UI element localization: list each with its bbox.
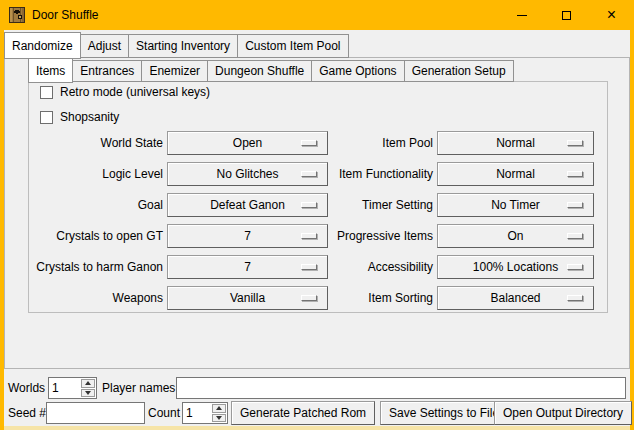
settings-tab[interactable]: Entrances [72, 60, 142, 82]
main-tab[interactable]: Custom Item Pool [237, 34, 348, 58]
option-value: 100% Locations [473, 260, 558, 274]
maximize-button[interactable] [544, 0, 589, 30]
main-tab-label: Adjust [88, 39, 121, 53]
settings-tab-bar: Items Entrances Enemizer Dungeon Shuffle… [28, 58, 513, 82]
settings-tab-label: Generation Setup [412, 64, 506, 78]
option-label: Item Functionality [278, 167, 433, 181]
dropdown-indicator-icon [567, 233, 583, 239]
option-value: Defeat Ganon [210, 198, 285, 212]
spin-up-button[interactable] [212, 404, 226, 413]
option-value: 7 [244, 260, 251, 274]
main-tab-bar: Randomize Adjust Starting Inventory Cust… [4, 31, 348, 58]
option-label: Crystals to open GT [8, 229, 163, 243]
window-title: Door Shuffle [32, 0, 99, 30]
checkbox-icon[interactable] [40, 86, 53, 99]
option-dropdown[interactable]: Normal [437, 162, 594, 186]
settings-tab[interactable]: Enemizer [141, 60, 208, 82]
option-row: Accessibility 100% Locations [278, 255, 594, 279]
option-label: Item Pool [278, 136, 433, 150]
checkbox-group: Retro mode (universal keys) Shopsanity [40, 85, 210, 124]
option-label: Progressive Items [278, 229, 433, 243]
option-dropdown[interactable]: On [437, 224, 594, 248]
dropdown-indicator-icon [567, 171, 583, 177]
option-dropdown[interactable]: Balanced [437, 286, 594, 310]
settings-tab[interactable]: Dungeon Shuffle [207, 60, 312, 82]
close-icon: × [607, 7, 616, 23]
checkbox-row[interactable]: Shopsanity [40, 110, 210, 124]
option-label: Weapons [8, 291, 163, 305]
arrow-up-icon [85, 381, 91, 385]
count-label: Count [148, 402, 180, 424]
checkbox-icon[interactable] [40, 111, 53, 124]
seed-input[interactable] [46, 402, 145, 424]
player-names-input[interactable] [176, 377, 626, 399]
worlds-label: Worlds [8, 377, 45, 399]
option-row: Item Pool Normal [278, 131, 594, 155]
option-row: Item Sorting Balanced [278, 286, 594, 310]
worlds-input[interactable] [49, 378, 80, 398]
checkbox-row[interactable]: Retro mode (universal keys) [40, 85, 210, 99]
main-tab-label: Custom Item Pool [245, 39, 340, 53]
app-window: Door Shuffle × Randomize Adjust Start [0, 0, 634, 430]
generate-patched-rom-button[interactable]: Generate Patched Rom [231, 401, 375, 425]
player-names-label: Player names [102, 377, 175, 399]
dropdown-indicator-icon [567, 140, 583, 146]
options-column-right: Item Pool Normal Item Functionality Norm… [278, 131, 594, 310]
option-label: World State [8, 136, 163, 150]
minimize-button[interactable] [499, 0, 544, 30]
settings-tab[interactable]: Items [28, 58, 73, 83]
option-value: No Timer [491, 198, 540, 212]
option-label: Item Sorting [278, 291, 433, 305]
option-value: No Glitches [216, 167, 278, 181]
window-bottom-border [4, 426, 630, 430]
arrow-up-icon [216, 406, 222, 410]
save-settings-button[interactable]: Save Settings to File [380, 401, 508, 425]
window-controls: × [499, 0, 634, 30]
main-tab[interactable]: Randomize [4, 32, 81, 59]
option-dropdown[interactable]: Normal [437, 131, 594, 155]
settings-tab[interactable]: Generation Setup [404, 60, 514, 82]
arrow-down-icon [85, 391, 91, 395]
option-value: 7 [244, 229, 251, 243]
settings-tab-label: Enemizer [149, 64, 200, 78]
maximize-icon [562, 11, 571, 20]
option-row: Item Functionality Normal [278, 162, 594, 186]
option-row: Timer Setting No Timer [278, 193, 594, 217]
seed-label: Seed # [8, 402, 46, 424]
main-tab[interactable]: Starting Inventory [128, 34, 238, 58]
dropdown-indicator-icon [567, 295, 583, 301]
spin-down-button[interactable] [81, 389, 95, 398]
count-input[interactable] [183, 403, 211, 423]
settings-tab[interactable]: Game Options [311, 60, 404, 82]
spin-down-button[interactable] [212, 414, 226, 423]
close-button[interactable]: × [589, 0, 634, 30]
option-value: Normal [496, 136, 535, 150]
option-value: On [507, 229, 523, 243]
count-spinner[interactable] [182, 402, 228, 424]
option-value: Normal [496, 167, 535, 181]
settings-tab-label: Game Options [319, 64, 396, 78]
checkbox-label: Retro mode (universal keys) [60, 85, 210, 99]
client-area: Randomize Adjust Starting Inventory Cust… [4, 30, 630, 426]
main-tab[interactable]: Adjust [80, 34, 129, 58]
main-tab-label: Randomize [12, 39, 73, 53]
settings-tab-label: Entrances [80, 64, 134, 78]
count-spin-arrows [211, 403, 227, 423]
dropdown-indicator-icon [567, 202, 583, 208]
open-output-directory-button[interactable]: Open Output Directory [494, 401, 632, 425]
worlds-spinner[interactable] [48, 377, 97, 399]
option-label: Timer Setting [278, 198, 433, 212]
option-value: Balanced [490, 291, 540, 305]
settings-tab-label: Items [36, 64, 65, 78]
option-value: Open [233, 136, 262, 150]
option-row: Progressive Items On [278, 224, 594, 248]
door-app-icon [9, 7, 25, 23]
option-label: Goal [8, 198, 163, 212]
spin-up-button[interactable] [81, 379, 95, 388]
arrow-down-icon [216, 416, 222, 420]
option-dropdown[interactable]: No Timer [437, 193, 594, 217]
option-dropdown[interactable]: 100% Locations [437, 255, 594, 279]
option-label: Accessibility [278, 260, 433, 274]
option-value: Vanilla [230, 291, 265, 305]
worlds-spin-arrows [80, 378, 96, 398]
